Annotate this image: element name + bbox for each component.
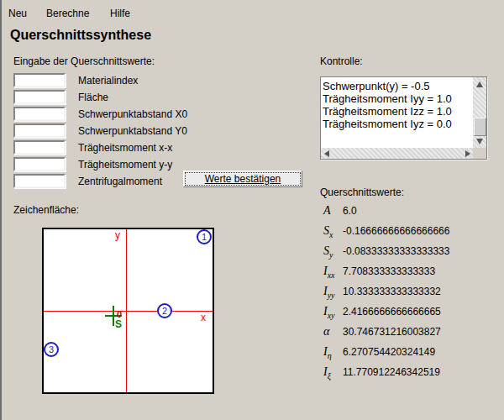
vertical-scrollbar-thumb[interactable] — [474, 118, 486, 136]
result-row: Iyy10.333333333333332 — [323, 285, 441, 300]
kontrolle-listbox[interactable]: Schwerpunkt(y) = -0.5 Trägheitsmoment Iy… — [320, 76, 487, 160]
list-item[interactable]: Trägheitsmoment Iyy = 1.0 — [321, 92, 473, 105]
result-symbol: α — [323, 325, 343, 340]
results-heading: Querschnittswerte: — [320, 186, 404, 198]
schwerpunktabstand-x0-label: Schwerpunktabstand X0 — [78, 108, 187, 120]
kontrolle-heading: Kontrolle: — [320, 55, 363, 67]
result-row: Ixx7.708333333333333 — [323, 265, 435, 280]
result-symbol: Sy — [323, 244, 343, 260]
result-row: Sy-0.08333333333333333 — [323, 244, 449, 260]
result-symbol: Ixy — [323, 305, 343, 320]
marker-2: 2 — [157, 303, 172, 318]
result-row: α30.746731216003827 — [323, 325, 441, 340]
scrollbar-corner — [473, 148, 486, 159]
result-symbol: A — [323, 204, 343, 219]
marker-1: 1 — [197, 229, 212, 244]
result-value: 10.333333333333332 — [343, 286, 441, 297]
result-row: Iξ11.770912246342519 — [323, 365, 440, 381]
result-symbol: Ixx — [323, 265, 343, 280]
materialindex-label: Materialindex — [78, 75, 138, 87]
scroll-down-button[interactable] — [473, 134, 486, 148]
result-symbol: Iyy — [323, 285, 343, 300]
confirm-values-label: Werte bestätigen — [205, 173, 281, 185]
arrow-right-icon — [465, 150, 470, 157]
schwerpunktabstand-y0-input[interactable] — [13, 123, 66, 138]
scroll-right-button[interactable] — [462, 148, 473, 159]
result-value: 6.0 — [343, 205, 357, 217]
traegheitsmoment-xx-label: Trägheitsmoment x-x — [78, 142, 172, 154]
materialindex-input[interactable] — [13, 73, 66, 87]
result-symbol: Iξ — [323, 365, 343, 381]
zentrifugalmoment-input[interactable] — [13, 174, 66, 188]
schwerpunktabstand-y0-label: Schwerpunktabstand Y0 — [78, 125, 187, 137]
result-value: 30.746731216003827 — [343, 326, 441, 338]
x-axis-label: x — [201, 312, 206, 323]
kontrolle-list[interactable]: Schwerpunkt(y) = -0.5 Trägheitsmoment Iy… — [321, 77, 473, 148]
menu-item-berechne[interactable]: Berechne — [46, 8, 89, 19]
result-value: 7.708333333333333 — [343, 265, 435, 277]
centroid-label: S — [115, 319, 122, 329]
result-value: 2.4166666666666665 — [343, 306, 441, 318]
result-symbol: Iη — [323, 345, 343, 360]
result-row: A6.0 — [323, 204, 357, 219]
centroid-cross-vertical — [113, 306, 114, 326]
zentrifugalmoment-label: Zentrifugalmoment — [78, 176, 162, 187]
marker-3: 3 — [44, 342, 59, 357]
schwerpunktabstand-x0-input[interactable] — [13, 107, 66, 121]
confirm-values-button[interactable]: Werte bestätigen — [183, 171, 302, 187]
flaeche-label: Fläche — [78, 92, 108, 103]
vertical-scrollbar[interactable] — [473, 77, 486, 148]
result-row: Iη6.270754420324149 — [323, 345, 435, 360]
y-axis-label: y — [115, 230, 120, 240]
window-left-edge — [0, 0, 2, 420]
arrow-left-icon — [324, 150, 329, 157]
x-axis-line — [44, 311, 213, 312]
result-value: 6.270754420324149 — [343, 346, 435, 358]
horizontal-scrollbar[interactable] — [321, 148, 473, 159]
menu-item-hilfe[interactable]: Hilfe — [110, 8, 130, 19]
menu-item-neu[interactable]: Neu — [8, 8, 27, 19]
result-value: 11.770912246342519 — [343, 366, 440, 378]
result-value: -0.16666666666666666 — [343, 225, 449, 237]
result-row: Sx-0.16666666666666666 — [323, 224, 449, 239]
page-title: Querschnittssynthese — [10, 28, 151, 43]
scroll-left-button[interactable] — [321, 148, 332, 159]
drawing-heading: Zeichenfläche: — [13, 204, 79, 216]
result-value: -0.08333333333333333 — [343, 245, 449, 257]
input-section-heading: Eingabe der Querschnittswerte: — [13, 55, 155, 67]
scroll-up-button[interactable] — [473, 77, 486, 91]
traegheitsmoment-yy-label: Trägheitsmoment y-y — [78, 159, 172, 171]
list-item[interactable]: Schwerpunkt(y) = -0.5 — [321, 80, 473, 92]
traegheitsmoment-yy-input[interactable] — [13, 157, 66, 171]
list-item[interactable]: Trägheitsmoment Izz = 1.0 — [321, 105, 473, 118]
drawing-canvas[interactable]: y x 0 S 1 2 3 — [42, 228, 214, 394]
arrow-down-icon — [476, 139, 483, 144]
arrow-up-icon — [476, 81, 483, 87]
list-item[interactable]: Trägheitsmoment Iyz = 0.0 — [321, 118, 473, 130]
traegheitsmoment-xx-input[interactable] — [13, 140, 66, 155]
result-symbol: Sx — [323, 224, 343, 239]
result-row: Ixy2.4166666666666665 — [323, 305, 441, 320]
flaeche-input[interactable] — [13, 90, 66, 104]
